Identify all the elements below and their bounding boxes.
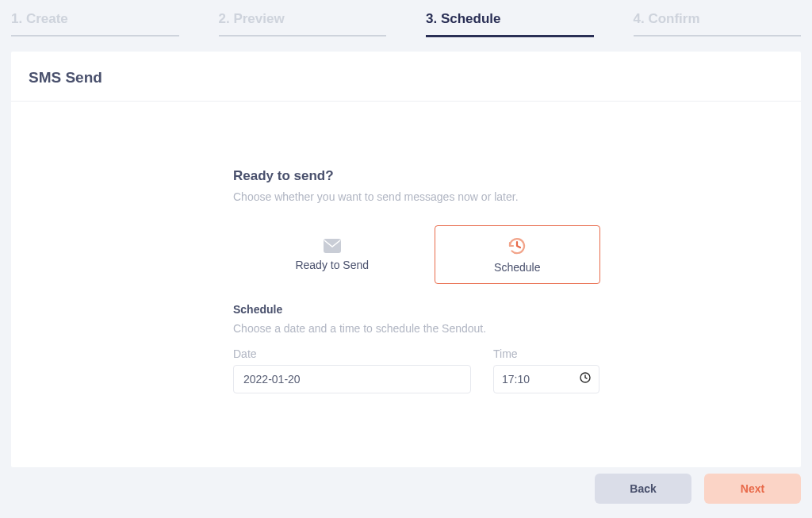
clock-icon	[580, 372, 591, 386]
time-value: 17:10	[502, 373, 580, 386]
date-input[interactable]	[233, 365, 471, 393]
page-title: SMS Send	[29, 69, 783, 86]
choice-label: Schedule	[494, 261, 540, 274]
step-bar	[219, 35, 387, 36]
next-button[interactable]: Next	[704, 474, 801, 504]
date-field: Date	[233, 347, 471, 393]
schedule-sub: Choose a date and a time to schedule the…	[233, 322, 600, 335]
step-schedule[interactable]: 3. Schedule	[426, 11, 594, 37]
choice-label: Ready to Send	[295, 259, 369, 271]
schedule-heading: Schedule	[233, 303, 600, 316]
date-label: Date	[233, 347, 471, 360]
ready-to-send-option[interactable]: Ready to Send	[249, 225, 416, 284]
content: Ready to send? Choose whether you want t…	[11, 102, 600, 393]
send-choice-row: Ready to Send Schedule	[249, 225, 600, 284]
stepper: 1. Create 2. Preview 3. Schedule 4. Conf…	[0, 0, 812, 37]
time-label: Time	[493, 347, 599, 360]
step-bar	[11, 35, 179, 36]
panel-header: SMS Send	[11, 52, 801, 102]
ready-heading: Ready to send?	[233, 168, 600, 184]
step-label: 3. Schedule	[426, 11, 594, 35]
step-label: 1. Create	[11, 11, 179, 35]
schedule-option[interactable]: Schedule	[435, 225, 601, 284]
step-create[interactable]: 1. Create	[11, 11, 179, 37]
step-bar	[426, 35, 594, 37]
step-bar	[634, 35, 802, 36]
footer: Back Next	[595, 474, 801, 504]
history-clock-icon	[507, 236, 527, 256]
step-preview[interactable]: 2. Preview	[219, 11, 387, 37]
back-button[interactable]: Back	[595, 474, 691, 504]
ready-sub: Choose whether you want to send messages…	[233, 190, 600, 203]
time-input[interactable]: 17:10	[493, 365, 599, 393]
step-confirm[interactable]: 4. Confirm	[634, 11, 802, 37]
envelope-icon	[323, 238, 342, 254]
step-label: 4. Confirm	[634, 11, 802, 35]
schedule-form-row: Date Time 17:10	[233, 347, 600, 393]
step-label: 2. Preview	[219, 11, 387, 35]
main-panel: SMS Send Ready to send? Choose whether y…	[11, 52, 801, 467]
time-field: Time 17:10	[493, 347, 599, 393]
